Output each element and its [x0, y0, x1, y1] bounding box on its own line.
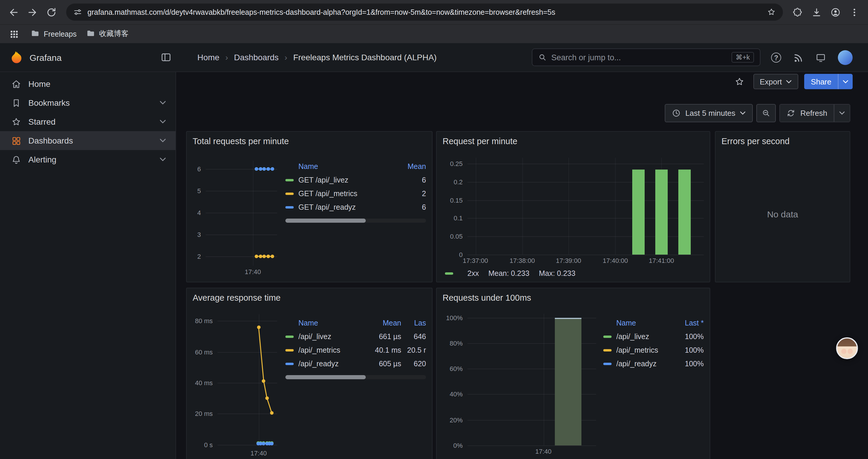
breadcrumb-item[interactable]: Dashboards: [234, 53, 279, 62]
scrollbar-thumb[interactable]: [285, 219, 366, 223]
display-icon[interactable]: [815, 52, 826, 63]
panel-errors-per-second: Errors per second No data: [715, 131, 850, 282]
legend-series-name[interactable]: /api/_metrics: [299, 346, 365, 354]
refresh-icon: [787, 109, 796, 118]
legend-value: 100%: [671, 346, 704, 354]
time-series-chart: 80 ms60 ms40 ms20 ms0 s 17:40: [193, 307, 277, 459]
legend-series-name[interactable]: /api/_readyz: [299, 359, 365, 368]
gridline: [475, 158, 476, 255]
legend-header[interactable]: Name: [603, 319, 671, 327]
panel-title[interactable]: Request per minute: [437, 132, 710, 146]
legend-series-name[interactable]: GET /api/_readyz: [299, 203, 391, 211]
site-info-icon[interactable]: [73, 8, 82, 17]
grafana-logo-icon[interactable]: [9, 50, 24, 64]
legend-row[interactable]: /api/_readyz605 µs620: [285, 357, 426, 370]
panel-title[interactable]: Errors per second: [716, 132, 850, 146]
x-axis: 17:40: [217, 447, 277, 457]
chevron-down-icon[interactable]: [159, 100, 166, 105]
browser-toolbar: grafana.mathmast.com/d/deytv4rwavabkb/fr…: [0, 0, 868, 24]
legend-series-name[interactable]: /api/_readyz: [616, 359, 671, 368]
share-button[interactable]: Share: [804, 74, 838, 89]
legend-series-name[interactable]: /api/_metrics: [616, 346, 671, 354]
time-range-picker[interactable]: Last 5 minutes: [665, 104, 753, 122]
assistant-avatar[interactable]: [836, 337, 858, 359]
chevron-down-icon[interactable]: [159, 138, 166, 143]
plot-area: [467, 158, 704, 255]
search-shortcut-kbd: ⌘+k: [732, 52, 754, 63]
legend-header[interactable]: Name: [285, 319, 365, 327]
legend-row[interactable]: GET /api/_readyz6: [285, 200, 426, 214]
sidebar-item-alerting[interactable]: Alerting: [0, 150, 176, 169]
x-axis-label: 17:40: [245, 268, 261, 275]
legend-series-name[interactable]: GET /api/_metrics: [299, 189, 391, 198]
chevron-down-icon[interactable]: [159, 157, 166, 162]
legend-header[interactable]: Las: [401, 319, 426, 327]
reload-button[interactable]: [42, 3, 60, 21]
menu-kebab-icon[interactable]: [845, 3, 863, 21]
sidebar: HomeBookmarksStarredDashboardsAlerting: [0, 72, 176, 459]
extensions-icon[interactable]: [789, 3, 807, 21]
legend-header[interactable]: Mean: [365, 319, 401, 327]
x-axis: 17:40: [467, 446, 596, 455]
search-icon: [538, 53, 547, 61]
back-button[interactable]: [5, 3, 23, 21]
legend-header[interactable]: Last *: [671, 319, 704, 327]
sidebar-item-starred[interactable]: Starred: [0, 112, 176, 131]
bookmark-folder-blogs[interactable]: 收藏博客: [86, 29, 128, 39]
gridline: [543, 314, 544, 446]
legend-row[interactable]: /api/_livez661 µs646: [285, 330, 426, 343]
legend-scrollbar[interactable]: [285, 219, 426, 223]
refresh-interval-caret[interactable]: [834, 104, 850, 122]
apps-grid-icon[interactable]: [7, 27, 21, 41]
share-menu-caret[interactable]: [838, 74, 852, 89]
bar-chart: 100%80%60%40%20%0% 17:40: [442, 307, 596, 459]
panel-title[interactable]: Total requests per minute: [187, 132, 432, 146]
sidebar-item-home[interactable]: Home: [0, 74, 176, 93]
forward-button[interactable]: [24, 3, 41, 21]
legend-header[interactable]: Mean: [391, 162, 426, 171]
address-bar[interactable]: grafana.mathmast.com/d/deytv4rwavabkb/fr…: [66, 4, 783, 21]
news-rss-icon[interactable]: [793, 52, 804, 63]
legend-row[interactable]: /api/_livez100%: [603, 330, 704, 343]
legend-scrollbar[interactable]: [285, 375, 426, 379]
help-icon[interactable]: ?: [771, 53, 781, 63]
bookmark-star-icon[interactable]: [767, 8, 776, 17]
sidebar-item-bookmarks[interactable]: Bookmarks: [0, 93, 176, 112]
downloads-icon[interactable]: [808, 3, 826, 21]
search-input[interactable]: [551, 53, 727, 62]
legend-header[interactable]: Name: [285, 162, 391, 171]
zoom-out-button[interactable]: [756, 104, 776, 122]
refresh-button[interactable]: Refresh: [780, 104, 834, 122]
legend-row[interactable]: /api/_metrics100%: [603, 343, 704, 357]
bookmark-label: 收藏博客: [99, 29, 128, 39]
brand-title: Grafana: [30, 52, 61, 62]
search-bar[interactable]: ⌘+k: [532, 48, 761, 66]
scrollbar-thumb[interactable]: [285, 375, 366, 379]
legend-row[interactable]: GET /api/_livez6: [285, 173, 426, 187]
panel-title[interactable]: Requests under 100ms: [437, 288, 710, 302]
legend-row[interactable]: /api/_readyz100%: [603, 357, 704, 370]
y-axis-label: 0.25: [450, 160, 463, 167]
series-color-dash: [603, 335, 612, 338]
breadcrumb-item[interactable]: Home: [197, 53, 219, 62]
chevron-down-icon[interactable]: [159, 119, 166, 124]
bar-chart: 0.250.20.150.10.050 17:37:0017:38:0017:3…: [442, 151, 704, 264]
legend-series-name[interactable]: /api/_livez: [299, 332, 365, 340]
plot-area: [217, 314, 277, 447]
profile-icon[interactable]: [827, 3, 844, 21]
legend-row[interactable]: GET /api/_metrics2: [285, 187, 426, 200]
legend-series-name[interactable]: 2xx: [467, 269, 479, 277]
user-avatar-button[interactable]: [838, 50, 852, 65]
export-button[interactable]: Export: [753, 74, 798, 89]
sidebar-toggle-icon[interactable]: [161, 52, 172, 63]
legend-series-name[interactable]: GET /api/_livez: [299, 176, 391, 184]
refresh-label: Refresh: [800, 109, 827, 118]
y-axis-label: 0: [459, 251, 463, 258]
bookmark-folder-freeleaps[interactable]: Freeleaps: [31, 29, 76, 39]
panel-title[interactable]: Average response time: [187, 288, 432, 302]
legend-series-name[interactable]: /api/_livez: [616, 332, 671, 340]
sidebar-item-dashboards[interactable]: Dashboards: [0, 131, 176, 150]
favorite-star-icon[interactable]: [732, 74, 747, 89]
series-color-dash: [285, 335, 294, 338]
legend-row[interactable]: /api/_metrics40.1 ms20.5 r: [285, 343, 426, 357]
